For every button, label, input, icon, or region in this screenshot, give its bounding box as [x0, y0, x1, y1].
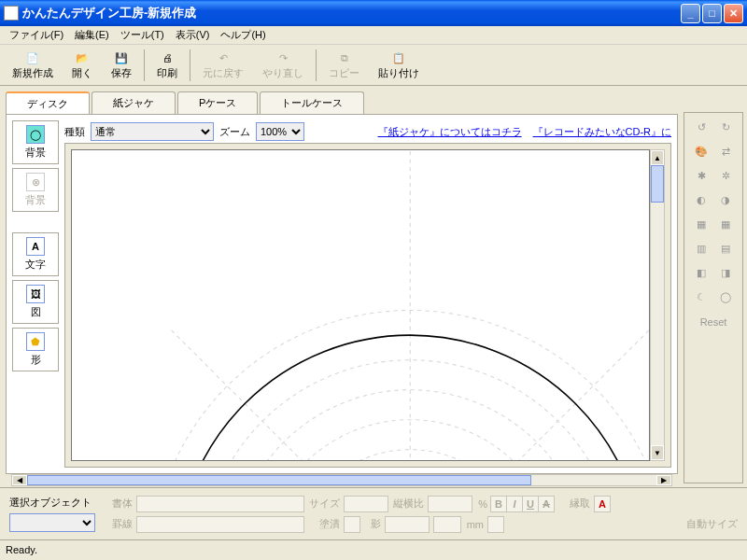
print-label: 印刷 — [157, 66, 177, 80]
tool-background2-label: 背景 — [25, 193, 46, 207]
bottom-panel: 選択オブジェクト 書体 サイズ 縦横比% B I U A 縁取 A 罫線 塗潰 … — [0, 487, 747, 539]
font-select[interactable] — [136, 496, 304, 512]
rotate-ccw-icon[interactable]: ↺ — [693, 119, 710, 135]
undo-button[interactable]: ↶元に戻す — [194, 47, 252, 83]
link-jacket-info[interactable]: 『紙ジャケ』についてはコチラ — [378, 125, 522, 139]
tool-background2[interactable]: ⊗背景 — [12, 168, 59, 212]
selection-select[interactable] — [9, 513, 95, 532]
link-record-cdr[interactable]: 『レコードみたいなCD-R』に — [533, 125, 672, 139]
close-button[interactable]: ✕ — [724, 4, 743, 23]
maximize-button[interactable]: □ — [702, 4, 722, 23]
menu-edit[interactable]: 編集(E) — [69, 26, 115, 44]
undo-label: 元に戻す — [203, 66, 244, 80]
copy-label: コピー — [329, 66, 359, 80]
scroll-up-button[interactable]: ▲ — [651, 150, 664, 165]
bold-button[interactable]: B — [490, 496, 507, 512]
brightness-icon[interactable]: ✱ — [693, 167, 710, 184]
palette-icon[interactable]: 🎨 — [693, 143, 710, 160]
canvas-wrap: ▲ ▼ — [64, 143, 671, 468]
ratio-label: 縦横比 — [392, 497, 424, 511]
fill-color-button[interactable] — [344, 516, 360, 533]
tab-disc[interactable]: ディスク — [6, 91, 90, 114]
tab-jacket[interactable]: 紙ジャケ — [92, 91, 176, 114]
opacity-icon[interactable]: ◧ — [693, 264, 710, 281]
canvas[interactable] — [71, 149, 650, 461]
tool-background-label: 背景 — [25, 146, 46, 160]
new-icon: 📄 — [24, 49, 41, 66]
zoom-label: ズーム — [219, 125, 250, 139]
circle-icon[interactable]: ◯ — [717, 288, 734, 305]
flip-h-icon[interactable]: ▥ — [693, 240, 710, 257]
print-icon: 🖨 — [159, 49, 176, 66]
swap-icon[interactable]: ⇄ — [717, 143, 734, 160]
copy-icon: ⧉ — [336, 49, 353, 66]
menu-bar: ファイル(F) 編集(E) ツール(T) 表示(V) ヘルプ(H) — [0, 26, 747, 45]
italic-button[interactable]: I — [506, 496, 523, 512]
pct-label: % — [476, 498, 487, 510]
rotate-cw-icon[interactable]: ↻ — [717, 119, 734, 135]
save-label: 保存 — [111, 66, 132, 80]
tool-text-label: 文字 — [25, 258, 46, 272]
horizontal-scrollbar[interactable]: ◀ ▶ — [11, 474, 672, 486]
contrast-down-icon[interactable]: ◑ — [717, 191, 734, 208]
new-button[interactable]: 📄新規作成 — [4, 47, 62, 83]
menu-file[interactable]: ファイル(F) — [4, 26, 69, 44]
minimize-button[interactable]: _ — [681, 4, 700, 23]
paste-icon: 📋 — [390, 49, 407, 66]
copy-button[interactable]: ⧉コピー — [320, 47, 368, 83]
scroll-down-button[interactable]: ▼ — [651, 445, 664, 460]
scroll-right-button[interactable]: ▶ — [656, 475, 671, 485]
tab-tallcase[interactable]: トールケース — [260, 91, 364, 114]
tool-background[interactable]: ◯背景 — [12, 120, 59, 164]
flip-v-icon[interactable]: ▤ — [717, 240, 734, 257]
scroll-left-button[interactable]: ◀ — [12, 475, 27, 485]
border-color-button[interactable]: A — [594, 496, 611, 512]
layer-up-icon[interactable]: ▦ — [693, 216, 710, 232]
reset-button[interactable]: Reset — [700, 316, 727, 328]
scroll-track[interactable] — [651, 165, 664, 445]
shadow-color-button[interactable] — [487, 516, 504, 533]
opacity2-icon[interactable]: ◨ — [717, 264, 734, 281]
tab-pcase[interactable]: Pケース — [177, 91, 258, 114]
ruled-select[interactable] — [136, 516, 304, 533]
main-toolbar: 📄新規作成 📂開く 💾保存 🖨印刷 ↶元に戻す ↷やり直し ⧉コピー 📋貼り付け — [0, 45, 747, 86]
size-input[interactable] — [344, 496, 388, 512]
ratio-input[interactable] — [428, 496, 472, 512]
vertical-scrollbar[interactable]: ▲ ▼ — [650, 149, 665, 461]
title-bar: かんたんデザイン工房-新規作成 _ □ ✕ — [0, 0, 747, 26]
tool-figure[interactable]: 🖼図 — [12, 280, 59, 324]
paste-button[interactable]: 📋貼り付け — [370, 47, 428, 83]
redo-button[interactable]: ↷やり直し — [254, 47, 312, 83]
type-label: 種類 — [64, 125, 85, 139]
text-icon: A — [26, 237, 45, 256]
zoom-select[interactable]: 100% — [256, 122, 304, 141]
contrast-up-icon[interactable]: ◐ — [693, 191, 710, 208]
scroll-thumb[interactable] — [27, 475, 531, 485]
save-button[interactable]: 💾保存 — [103, 47, 140, 83]
shadow-mm-input[interactable] — [433, 516, 461, 533]
autosize-label[interactable]: 自動サイズ — [686, 517, 738, 531]
window-buttons: _ □ ✕ — [681, 4, 743, 23]
open-button[interactable]: 📂開く — [63, 47, 101, 83]
tool-shape[interactable]: ⬟形 — [12, 328, 59, 371]
selection-label: 選択オブジェクト — [9, 496, 95, 510]
tool-text[interactable]: A文字 — [12, 232, 59, 276]
type-select[interactable]: 通常 — [91, 122, 214, 141]
scroll-track[interactable] — [27, 475, 656, 485]
mm-label: mm — [465, 519, 484, 530]
print-button[interactable]: 🖨印刷 — [148, 47, 186, 83]
menu-view[interactable]: 表示(V) — [170, 26, 216, 44]
tool-shape-label: 形 — [31, 353, 41, 367]
scroll-thumb[interactable] — [651, 165, 664, 203]
open-label: 開く — [72, 66, 92, 80]
help-links: 『紙ジャケ』についてはコチラ 『レコードみたいなCD-R』に — [378, 125, 672, 139]
shadow-input[interactable] — [385, 516, 430, 533]
strike-button[interactable]: A — [538, 496, 555, 512]
menu-help[interactable]: ヘルプ(H) — [215, 26, 271, 44]
moon-icon[interactable]: ☾ — [693, 288, 710, 305]
menu-tool[interactable]: ツール(T) — [115, 26, 170, 44]
layer-down-icon[interactable]: ▦ — [717, 216, 734, 232]
underline-button[interactable]: U — [522, 496, 539, 512]
dim-icon[interactable]: ✲ — [717, 167, 734, 184]
property-grid: 書体 サイズ 縦横比% B I U A 縁取 A 罫線 塗潰 影mm 自動サイズ — [101, 496, 738, 533]
